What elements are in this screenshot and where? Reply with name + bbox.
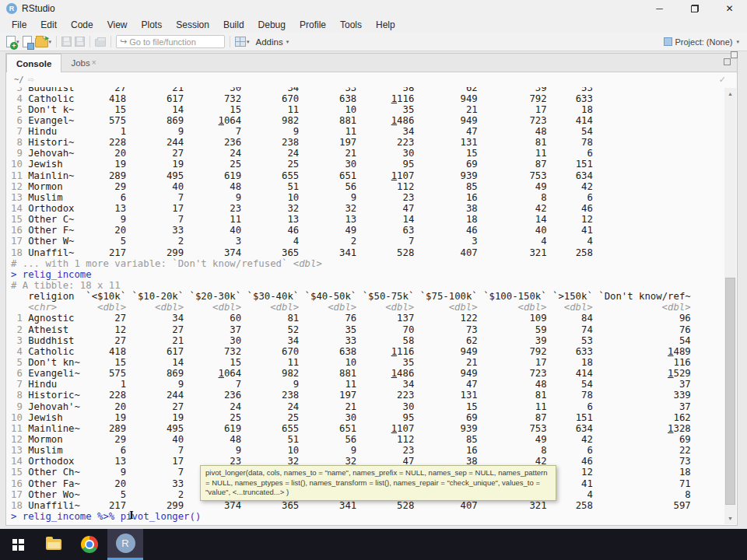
menu-item-session[interactable]: Session [169,17,216,33]
menu-item-build[interactable]: Build [216,17,251,33]
menu-item-help[interactable]: Help [369,17,402,33]
console-line: 7 Hindu 1 9 7 9 11 34 47 48 54 [11,126,691,137]
open-file-button[interactable]: ➤ ▾ [33,34,54,50]
new-project-button[interactable] [21,34,33,50]
chevron-down-icon: ▾ [247,39,250,45]
print-button [93,34,107,50]
menubar: FileEditCodeViewPlotsSessionBuildDebugPr… [0,17,747,33]
save-icon [61,37,72,47]
goto-file-input[interactable] [129,37,213,47]
console-line: 3 Buddhist 27 21 30 34 33 58 62 39 53 54 [11,335,691,346]
menu-item-file[interactable]: File [5,17,33,33]
goto-file-search[interactable]: ↪ [116,35,225,48]
console-line: 10 Jewish 19 19 25 25 30 95 69 87 151 16… [11,412,691,423]
project-cube-icon [664,37,672,46]
console-text: 3 Buddhist 27 21 30 34 33 58 62 39 53 4 … [11,87,691,522]
scroll-down-icon[interactable]: ▼ [724,513,736,524]
console-line: 6 Evangeli~ 575 869 1064 982 881 1486 94… [11,368,691,379]
console-line: 6 Evangel~ 575 869 1064 982 881 1486 949… [11,115,691,126]
profile-check-icon: ✓ [719,75,726,85]
file-explorer-button[interactable] [36,529,72,560]
console-line: 5 Don't k~ 15 14 15 11 10 35 21 17 18 [11,104,691,115]
new-file-icon: + [6,36,16,47]
project-label: Project: (None) [675,37,733,47]
tab-console[interactable]: Console [6,54,61,72]
maximize-button[interactable] [677,0,712,17]
tab-jobs-label: Jobs [71,58,89,68]
save-button [60,34,73,50]
tooltip-line: = NULL, names_ptypes = list(), names_tra… [205,478,551,488]
console-line: 14 Orthodox 13 17 23 32 32 47 38 42 46 [11,203,691,214]
chevron-down-icon: ▾ [286,39,289,45]
rstudio-taskbar-button[interactable]: R [107,529,143,560]
minimize-button[interactable]: ─ [642,0,677,17]
console-line: 12 Mormon 29 40 48 51 56 112 85 49 42 [11,181,691,192]
save-all-icon [75,37,85,47]
menu-item-profile[interactable]: Profile [293,17,333,33]
goto-arrow-icon: ↪ [120,37,127,47]
start-button[interactable] [0,529,36,560]
window-controls: ─ ✕ [642,0,747,17]
console-line: 9 Jehovah'~ 20 27 24 24 21 30 15 11 6 37 [11,401,691,412]
console-line: 2 Atheist 12 27 37 52 35 70 73 59 74 76 [11,324,691,335]
scrollbar-thumb[interactable] [725,278,735,505]
rstudio-logo-icon: R [6,3,17,14]
rstudio-window: R RStudio ─ ✕ FileEditCodeViewPlotsSessi… [0,0,747,560]
menu-item-tools[interactable]: Tools [333,17,369,33]
toolbar-separator [230,36,230,47]
titlebar: R RStudio ─ ✕ [0,0,747,17]
chevron-down-icon: ▾ [736,39,739,45]
console-pane: Console Jobs × ~/ ⇨ ✓ 3 Buddhist 27 21 3… [5,53,738,526]
console-line: 18 Unaffili~ 217 299 374 365 341 528 407… [11,500,691,511]
addins-button[interactable]: Addins [256,37,283,47]
console-line: 13 Muslim 6 7 9 10 9 23 16 8 6 [11,192,691,203]
console-line: 15 Other C~ 9 7 11 13 13 14 18 14 12 [11,214,691,225]
console-line: 12 Mormon 29 40 48 51 56 112 85 49 42 69 [11,434,691,445]
wd-arrow-icon: ⇨ [28,75,34,84]
close-button[interactable]: ✕ [712,0,747,17]
console-toolbar: ~/ ⇨ ✓ [6,72,737,86]
console-line: 3 Buddhist 27 21 30 34 33 58 62 39 53 [11,87,691,93]
menu-item-debug[interactable]: Debug [251,17,293,33]
taskbar: R [0,529,747,560]
console-line: 11 Mainlin~ 289 495 619 655 651 1107 939… [11,170,691,181]
rstudio-icon: R [116,534,135,553]
menu-item-edit[interactable]: Edit [33,17,64,33]
pane-grid-icon [235,37,246,47]
chrome-icon [81,536,98,553]
window-title: RStudio [22,3,55,14]
console-line: 11 Mainline~ 289 495 619 655 651 1107 93… [11,423,691,434]
console-scrollbar[interactable]: ▲ ▼ [724,88,736,524]
console-line: 7 Hindu 1 9 7 9 11 34 47 48 54 37 [11,379,691,390]
console-line: # A tibble: 18 x 11 [11,280,691,291]
working-directory-label: ~/ [14,75,24,84]
console-line: 9 Jehovah~ 20 27 24 24 21 30 15 11 6 [11,148,691,159]
tab-jobs[interactable]: Jobs × [61,54,105,72]
toolbar-separator [110,36,111,47]
tab-close-icon[interactable]: × [92,58,96,67]
console-line: religion `<$10k` `$10-20k` `$20-30k` `$3… [11,291,691,302]
new-file-button[interactable]: + ▾ [5,34,21,50]
console-line: # ... with 1 more variable: `Don't know/… [11,258,691,269]
ibeam-cursor: I [129,509,134,522]
main-toolbar: + ▾ ➤ ▾ ↪ ▾ Addins ▾ Project: (None) [0,33,747,51]
console-line: <chr> <dbl> <dbl> <dbl> <dbl> <dbl> <dbl… [11,302,691,313]
console-line: 8 Histori~ 228 244 236 238 197 223 131 8… [11,137,691,148]
pane-layout-button[interactable]: ▾ [233,34,251,50]
console-output-area[interactable]: 3 Buddhist 27 21 30 34 33 58 62 39 53 4 … [6,87,737,525]
save-all-button [73,34,86,50]
chrome-button[interactable] [72,529,107,560]
tooltip-line: "value", <...truncated...> ) [205,488,551,498]
menu-item-code[interactable]: Code [64,17,100,33]
folder-icon [46,539,61,550]
print-icon [95,39,106,47]
toolbar-separator [89,36,90,47]
scroll-up-icon[interactable]: ▲ [724,88,736,100]
console-line: 16 Other F~ 20 33 40 46 49 63 46 40 41 [11,225,691,236]
new-project-icon [23,36,32,47]
open-folder-icon: ➤ [35,38,48,47]
console-line: > relig_income [11,269,691,280]
menu-item-plots[interactable]: Plots [135,17,170,33]
project-selector[interactable]: Project: (None) ▾ [664,37,743,47]
menu-item-view[interactable]: View [100,17,135,33]
